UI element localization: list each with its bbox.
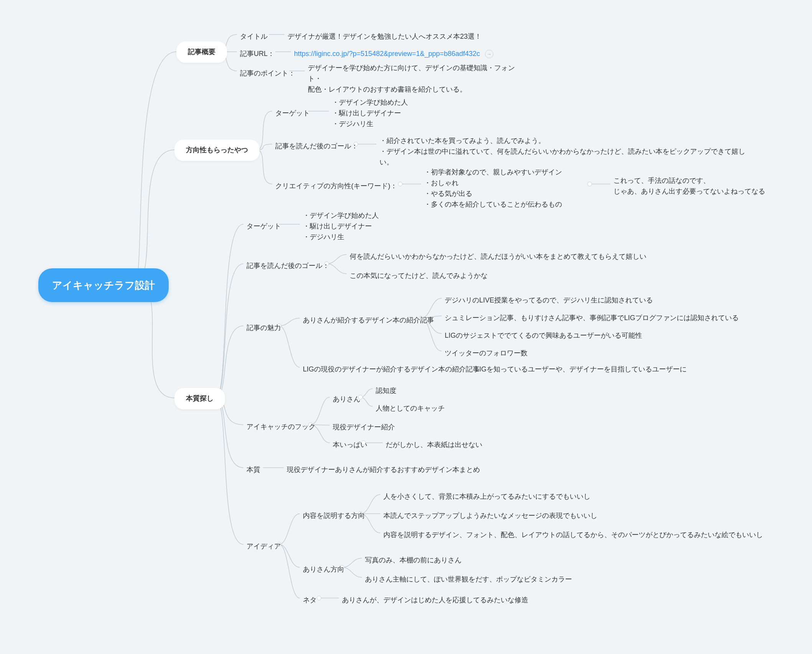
- ess-target-val: ・デザイン学び始めた人・駆け出しデザイナー・デジハリ生: [300, 207, 405, 246]
- idea-neta-val: ありさんが、デザインはじめた人を応援してるみたいな修造: [339, 592, 534, 609]
- appeal-lig-lbl[interactable]: LIGの現役のデザイナーが紹介するデザイン本の紹介記事: [300, 361, 486, 378]
- ess-core-lbl[interactable]: 本質: [243, 462, 266, 478]
- node-overview[interactable]: 記事概要: [176, 41, 227, 63]
- node-essence[interactable]: 本質探し: [174, 388, 225, 409]
- idea-neta-lbl[interactable]: ネタ: [300, 592, 323, 609]
- ov-title-val: デザイナが厳選！デザインを勉強したい人へオススメ本23選！: [284, 28, 488, 45]
- hook-ari-b: 人物としてのキャッチ: [373, 400, 451, 417]
- idea-explain-lbl[interactable]: 内容を説明する方向: [300, 508, 371, 524]
- idea-ari-a1: 写真のみ、本棚の前にありさん: [362, 552, 468, 569]
- ess-goal-v2: この本気になってたけど、読んでみようかな: [347, 268, 494, 284]
- appeal-ari-lbl[interactable]: ありさんが紹介するデザイン本の紹介記事: [300, 312, 440, 329]
- external-link-icon[interactable]: →: [485, 50, 493, 58]
- hook-ari-lbl[interactable]: ありさん: [330, 391, 367, 408]
- idea-explain-e3: 内容を説明するデザイン、フォント、配色、レイアウトの話してるから、そのパーツがと…: [380, 527, 769, 544]
- appeal-lig-val: LIGを知っているユーザーや、デザイナーを目指しているユーザーに: [472, 361, 693, 378]
- ess-goal-lbl[interactable]: 記事を読んだ後のゴール：: [243, 258, 335, 274]
- idea-ari-lbl[interactable]: ありさん方向: [300, 561, 350, 578]
- ess-appeal-lbl[interactable]: 記事の魅力: [243, 320, 287, 337]
- dir-goal-lbl[interactable]: 記事を読んだ後のゴール：: [272, 138, 364, 155]
- hook-books-lbl[interactable]: 本いっぱい: [330, 437, 373, 454]
- hook-active-lbl[interactable]: 現役デザイナー紹介: [330, 419, 401, 436]
- idea-ari-a2: ありさん主軸にして、ぽい世界観をだす、ポップなビタミンカラー: [362, 571, 578, 588]
- hook-books-val: だがしかし、本表紙は出せない: [383, 437, 488, 454]
- dir-creative-val: ・初学者対象なので、親しみやすいデザイン・おしゃれ・やる気が出る・多くの本を紹介…: [421, 164, 599, 213]
- ess-target-lbl[interactable]: ターゲット: [243, 218, 287, 235]
- article-url-link[interactable]: https://liginc.co.jp/?p=515482&preview=1…: [294, 50, 480, 58]
- ess-core-val: 現役デザイナーありさんが紹介するおすすめデザイン本まとめ: [284, 462, 486, 478]
- idea-explain-e1: 人を小さくして、背景に本積み上がってるみたいにするでもいいし: [380, 488, 597, 505]
- appeal-ari-a3: LIGのサジェストででてくるので興味あるユーザーがいる可能性: [442, 327, 648, 344]
- dir-target-val: ・デザイン学び始めた人・駆け出しデザイナー・デジハリ生: [329, 94, 434, 133]
- dir-creative-lbl[interactable]: クリエイティブの方向性(キーワード)：: [272, 178, 403, 195]
- appeal-ari-a2: シュミレーション記事、もりすけさん記事や、事例記事でLIGブログファンには認知さ…: [442, 310, 745, 327]
- ess-idea-lbl[interactable]: アイディア: [243, 538, 287, 555]
- ov-title-lbl[interactable]: タイトル: [237, 28, 274, 45]
- ov-url-lbl[interactable]: 記事URL：: [237, 46, 281, 62]
- root-node[interactable]: アイキャッチラフ設計: [38, 268, 169, 302]
- idea-explain-e2: 本読んでステップアップしようみたいなメッセージの表現でもいいし: [380, 508, 603, 524]
- hook-ari-a: 認知度: [373, 383, 403, 399]
- node-direction[interactable]: 方向性もらったやつ: [174, 140, 260, 161]
- dir-target-lbl[interactable]: ターゲット: [272, 105, 316, 122]
- ess-hook-lbl[interactable]: アイキャッチのフック: [243, 419, 322, 435]
- dir-creative-note: これって、手法の話なのです、じゃあ、ありさん出す必要ってないよねってなる: [610, 173, 773, 200]
- ess-goal-v1: 何を読んだらいいかわからなかったけど、読んだほうがいい本をまとめて教えてもらえて…: [347, 248, 653, 265]
- ov-point-lbl[interactable]: 記事のポイント：: [237, 65, 301, 82]
- appeal-ari-a4: ツイッターのフォロワー数: [442, 345, 534, 362]
- appeal-ari-a1: デジハリのLIVE授業をやってるので、デジハリ生に認知されている: [442, 292, 659, 309]
- ov-point-val: デザイナーを学び始めた方に向けて、デザインの基礎知識・フォント・配色・レイアウト…: [305, 60, 529, 98]
